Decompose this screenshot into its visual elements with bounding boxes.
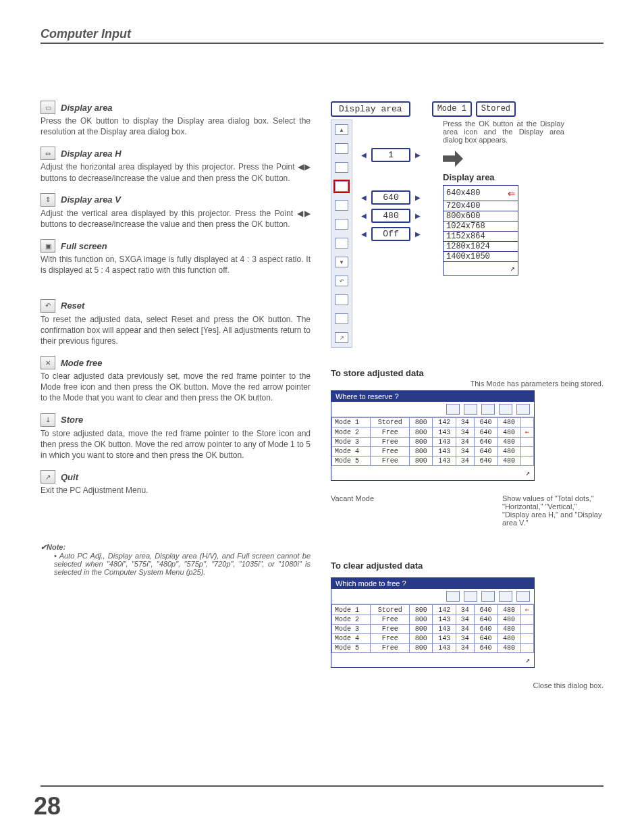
store-table: Where to reserve ? Mode 1Stored800142346…: [331, 390, 535, 481]
selected-arrow-icon: ⇐: [508, 186, 515, 201]
clear-table: Which mode to free ? Mode 1Stored8001423…: [331, 577, 535, 668]
header-icon: [481, 404, 495, 415]
reset-icon: ↶: [41, 299, 55, 313]
table-cell: 480: [498, 625, 520, 634]
da-values: ◀ 1 ▶ ◀ 640 ▶ ◀ 480 ▶: [359, 120, 423, 348]
resolution-item: 1152x864: [444, 232, 518, 242]
quit-title: Quit: [61, 472, 78, 482]
display-area-h-body: Adjust the horizontal area displayed by …: [41, 161, 311, 183]
note-body: • Auto PC Adj., Display area, Display ar…: [41, 552, 311, 576]
table-row: Mode 1Stored80014234640480: [332, 418, 534, 427]
display-area-title: Display area: [61, 103, 113, 113]
table-cell: 34: [456, 644, 474, 653]
header-icon: [499, 404, 512, 415]
sidebar-icon: [335, 143, 348, 154]
store-data-caption: This Mode has parameters being stored.: [331, 380, 603, 388]
table-cell: Mode 2: [332, 615, 371, 625]
table-cell: 34: [456, 605, 474, 615]
left-arrow-icon: ◀: [359, 150, 369, 161]
table-cell: 480: [498, 644, 520, 653]
table-cell: Mode 4: [332, 447, 371, 457]
big-arrow-icon: [443, 151, 463, 167]
table-cell: Free: [371, 625, 409, 634]
display-area-h-icon: ⇔: [41, 147, 55, 160]
quit-icon: ↗: [41, 470, 55, 484]
table-cell: 800: [409, 418, 432, 427]
da-caption: Press the OK button at the Display area …: [443, 120, 564, 144]
table-row: Mode 2Free80014334640480: [332, 615, 534, 625]
table-cell: Mode 5: [332, 644, 371, 653]
value-640: 640: [371, 190, 410, 205]
display-area-icon: ▭: [41, 101, 55, 114]
resolution-item: 1024x768: [444, 221, 518, 232]
table-cell: 480: [498, 418, 520, 427]
table-cell: Mode 3: [332, 438, 371, 447]
table-cell: Free: [371, 634, 409, 644]
table-cell: 34: [456, 457, 474, 466]
table-row: Mode 3Free80014334640480: [332, 625, 534, 634]
table-cell: 480: [498, 427, 520, 438]
resolution-item: 720x400: [444, 201, 518, 211]
table-cell: 640: [474, 457, 497, 466]
left-column: ▭ Display area Press the OK button to di…: [41, 91, 311, 689]
table-cell: Mode 1: [332, 418, 371, 427]
display-area-v-title: Display area V: [61, 194, 121, 205]
table-cell: 800: [409, 427, 432, 438]
header-icon: [516, 591, 530, 602]
table-cell: 34: [456, 625, 474, 634]
table-cell: 800: [409, 625, 432, 634]
clear-data-heading: To clear adjusted data: [331, 561, 603, 571]
table-cell: 143: [433, 427, 456, 438]
table-cell: 143: [433, 438, 456, 447]
table-cell: 34: [456, 418, 474, 427]
table-cell: 34: [456, 427, 474, 438]
row-arrow-cell: [520, 634, 533, 644]
table-cell: 34: [456, 438, 474, 447]
store-title-bar: Where to reserve ?: [331, 391, 534, 402]
table-cell: Free: [371, 427, 409, 438]
sidebar-up-icon: ▲: [335, 124, 348, 135]
value-1: 1: [371, 148, 410, 162]
table-cell: 142: [433, 605, 456, 615]
sidebar-icon: [335, 219, 348, 230]
da-sidebar: ▲ ▼ ↶ ↗: [331, 120, 352, 348]
store-icon: ⤓: [41, 413, 55, 427]
sidebar-quit-icon: ↗: [335, 332, 348, 343]
quit-body: Exit the PC Adjustment Menu.: [41, 485, 311, 496]
page-number: 28: [34, 792, 61, 820]
left-arrow-icon: ◀: [359, 229, 369, 240]
full-screen-title: Full screen: [61, 241, 107, 251]
da-right-label: Display area: [443, 172, 564, 182]
resolution-item: 640x480⇐: [444, 186, 518, 201]
reset-body: To reset the adjusted data, select Reset…: [41, 314, 311, 347]
mode-free-body: To clear adjusted data previously set, m…: [41, 371, 311, 404]
res-exit-icon: ↗: [444, 262, 518, 275]
exit-icon: ↗: [525, 656, 530, 664]
table-cell: 800: [409, 438, 432, 447]
table-cell: 480: [498, 605, 520, 615]
table-cell: 640: [474, 644, 497, 653]
vacant-mode-label: Vacant Mode: [331, 494, 374, 527]
table-cell: Free: [371, 438, 409, 447]
da-heading-pill: Display area: [331, 101, 410, 117]
row-arrow-cell: [520, 438, 533, 447]
res-text: 640x480: [446, 188, 480, 198]
da-stored-pill: Stored: [476, 101, 516, 117]
row-arrow-cell: [520, 615, 533, 625]
table-cell: 480: [498, 615, 520, 625]
row-arrow-cell: [520, 418, 533, 427]
display-area-dialog: Display area Mode 1 Stored ▲ ▼: [331, 101, 603, 348]
store-data-heading: To store adjusted data: [331, 368, 603, 378]
table-cell: 640: [474, 625, 497, 634]
table-cell: Mode 4: [332, 634, 371, 644]
table-cell: 480: [498, 457, 520, 466]
row-arrow-cell: [520, 625, 533, 634]
row-arrow-cell: [520, 644, 533, 653]
resolution-item: 1280x1024: [444, 242, 518, 252]
table-cell: Mode 2: [332, 427, 371, 438]
table-row: Mode 3Free80014334640480: [332, 438, 534, 447]
table-cell: 640: [474, 605, 497, 615]
table-cell: 142: [433, 418, 456, 427]
exit-icon: ↗: [525, 469, 530, 477]
table-cell: 640: [474, 427, 497, 438]
